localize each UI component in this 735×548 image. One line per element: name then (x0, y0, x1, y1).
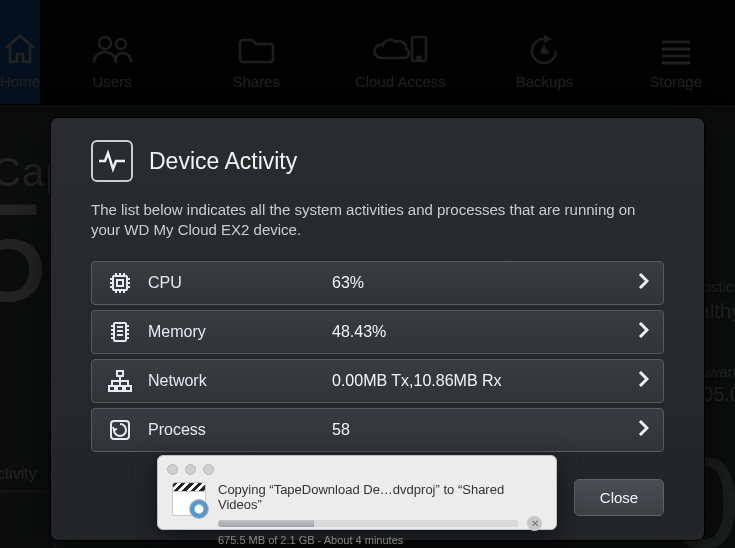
modal-title: Device Activity (149, 148, 297, 175)
row-label: Process (148, 421, 318, 439)
chevron-right-icon (637, 321, 649, 343)
copy-progress-window: Copying “TapeDownload De…dvdproj” to “Sh… (157, 455, 557, 530)
copy-progress-fill (218, 520, 314, 527)
file-type-icon (172, 482, 206, 516)
memory-icon (106, 319, 134, 345)
activity-rows: CPU 63% Memory 48.43% (91, 261, 664, 452)
svg-rect-14 (117, 386, 123, 391)
row-label: Memory (148, 323, 318, 341)
traffic-minimize-icon[interactable] (185, 464, 196, 475)
copy-status: 675.5 MB of 2.1 GB - About 4 minutes (218, 534, 542, 546)
svg-rect-13 (109, 386, 115, 391)
activity-icon (91, 140, 133, 182)
cpu-icon (106, 270, 134, 296)
copy-progress-bar (218, 520, 519, 527)
window-traffic-lights[interactable] (167, 464, 214, 475)
row-value: 48.43% (332, 323, 386, 341)
row-cpu[interactable]: CPU 63% (91, 261, 664, 305)
row-memory[interactable]: Memory 48.43% (91, 310, 664, 354)
chevron-right-icon (637, 419, 649, 441)
svg-rect-12 (117, 371, 123, 376)
row-value: 58 (332, 421, 350, 439)
close-button[interactable]: Close (574, 479, 664, 516)
row-label: Network (148, 372, 318, 390)
row-value: 63% (332, 274, 364, 292)
copy-title: Copying “TapeDownload De…dvdproj” to “Sh… (218, 482, 542, 512)
svg-rect-9 (113, 276, 127, 290)
row-value: 0.00MB Tx,10.86MB Rx (332, 372, 502, 390)
network-icon (106, 369, 134, 393)
chevron-right-icon (637, 370, 649, 392)
svg-rect-10 (117, 280, 123, 286)
chevron-right-icon (637, 272, 649, 294)
cancel-copy-button[interactable]: ✕ (527, 516, 542, 531)
row-process[interactable]: Process 58 (91, 408, 664, 452)
row-label: CPU (148, 274, 318, 292)
traffic-close-icon[interactable] (167, 464, 178, 475)
row-network[interactable]: Network 0.00MB Tx,10.86MB Rx (91, 359, 664, 403)
modal-description: The list below indicates all the system … (91, 200, 651, 241)
traffic-zoom-icon[interactable] (203, 464, 214, 475)
process-icon (106, 417, 134, 443)
svg-rect-15 (125, 386, 131, 391)
